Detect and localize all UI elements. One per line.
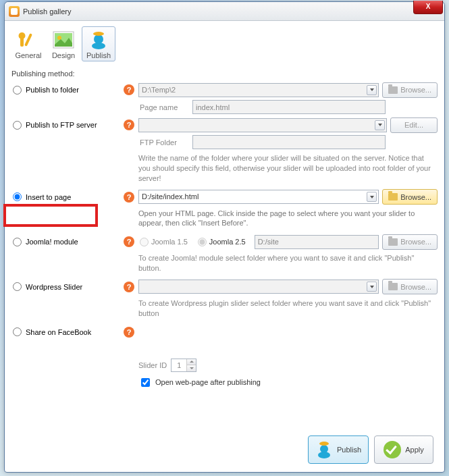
folder-path-combo[interactable]: D:\Temp\2 (138, 83, 379, 97)
help-icon[interactable]: ? (124, 84, 134, 95)
svg-point-8 (93, 32, 104, 36)
slider-id-spinner[interactable]: 1 (171, 359, 196, 372)
close-button[interactable]: X (413, 1, 443, 14)
help-icon[interactable]: ? (124, 282, 134, 292)
help-icon[interactable]: ? (124, 120, 134, 130)
insert-path-combo[interactable]: D:/site/index.html (138, 190, 379, 204)
ftp-server-combo[interactable] (138, 118, 387, 132)
highlight-annotation (3, 204, 98, 227)
wordpress-hint: To create Wordpress plugin slider select… (138, 298, 438, 319)
radio-ftp-label: Publish to FTP server (26, 121, 97, 129)
radio-joomla25[interactable] (198, 238, 207, 246)
chevron-down-icon[interactable] (367, 192, 377, 202)
joomla-browse-button[interactable]: Browse... (382, 234, 438, 250)
radio-facebook-label: Share on FaceBook (26, 328, 91, 336)
slider-id-label: Slider ID (138, 361, 167, 369)
tab-general-label: General (14, 51, 43, 59)
ftp-edit-button[interactable]: Edit... (390, 117, 438, 133)
svg-point-1 (19, 32, 26, 39)
tab-bar: General Design (11, 26, 438, 61)
radio-facebook[interactable] (13, 327, 22, 336)
help-icon[interactable]: ? (124, 236, 134, 247)
radio-wordpress[interactable] (13, 282, 22, 291)
tab-publish-label: Publish (84, 51, 113, 59)
joomla-hint: To create Joomla! module select folder w… (138, 253, 438, 273)
tab-design-label: Design (49, 51, 78, 59)
radio-joomla-label: Joomla! module (26, 238, 78, 246)
folder-icon (388, 283, 398, 290)
spinner-down-icon[interactable] (187, 365, 196, 371)
radio-insert-page-label: Insert to page (26, 193, 71, 201)
wordpress-browse-button[interactable]: Browse... (382, 279, 438, 294)
publish-person-icon (86, 30, 111, 50)
radio-ftp[interactable] (13, 121, 22, 130)
titlebar[interactable]: Publish gallery X (5, 2, 444, 21)
radio-publish-folder[interactable] (13, 86, 22, 95)
help-icon[interactable]: ? (124, 327, 134, 338)
radio-wordpress-label: Wordpress Slider (26, 283, 82, 291)
folder-icon (388, 86, 398, 94)
insert-browse-button[interactable]: Browse... (382, 189, 438, 205)
page-name-label: Page name (138, 103, 192, 111)
folder-browse-button[interactable]: Browse... (382, 82, 438, 98)
picture-icon (51, 30, 76, 50)
radio-insert-page[interactable] (13, 192, 22, 201)
app-icon (9, 6, 20, 17)
joomla-path-input[interactable] (255, 235, 379, 249)
svg-rect-2 (24, 33, 32, 47)
insert-hint: Open your HTML page. Click inside the pa… (138, 209, 438, 229)
publish-gallery-window: Publish gallery X General (4, 1, 445, 473)
radio-joomla15[interactable] (140, 238, 149, 246)
section-label: Publishing method: (11, 70, 438, 78)
spinner-up-icon[interactable] (187, 359, 196, 366)
ftp-hint: Write the name of the folder where your … (138, 153, 438, 184)
help-icon[interactable]: ? (124, 192, 134, 203)
wrench-icon (16, 30, 41, 50)
chevron-down-icon[interactable] (375, 120, 385, 130)
tab-general[interactable]: General (11, 26, 45, 61)
page-name-input[interactable] (192, 100, 386, 114)
apply-button[interactable]: Apply (374, 435, 433, 464)
radio-publish-folder-label: Publish to folder (26, 86, 79, 94)
wordpress-path-combo[interactable] (138, 280, 379, 294)
tab-publish[interactable]: Publish (82, 26, 115, 61)
tab-design[interactable]: Design (47, 26, 80, 61)
svg-point-10 (320, 445, 328, 453)
ftp-folder-label: FTP Folder (138, 138, 192, 147)
ftp-folder-input[interactable] (192, 135, 386, 149)
publish-button[interactable]: Publish (308, 435, 369, 464)
open-after-label: Open web-page after publishing (155, 378, 261, 386)
folder-icon (388, 238, 398, 246)
check-icon (384, 441, 401, 458)
open-after-checkbox[interactable] (141, 378, 150, 387)
publish-person-icon (315, 440, 333, 459)
folder-icon (388, 193, 398, 201)
chevron-down-icon[interactable] (367, 85, 377, 95)
chevron-down-icon[interactable] (367, 282, 377, 292)
window-title: Publish gallery (23, 7, 442, 16)
svg-point-11 (319, 442, 329, 446)
radio-joomla[interactable] (13, 238, 22, 246)
svg-point-7 (94, 34, 103, 44)
